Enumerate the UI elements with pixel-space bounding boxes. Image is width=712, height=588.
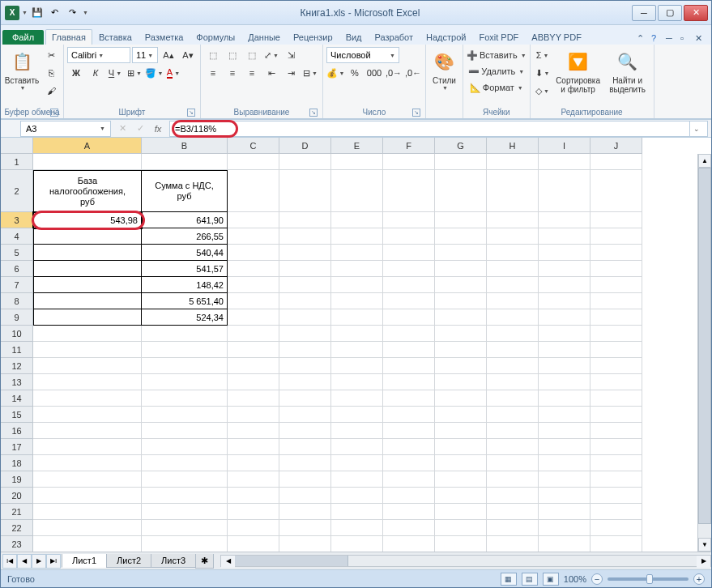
cell-C6[interactable]	[228, 261, 279, 277]
cell-G12[interactable]	[435, 358, 487, 374]
cell-F6[interactable]	[383, 261, 435, 277]
cell-A2[interactable]: База налогообложения, руб	[33, 170, 142, 212]
cell-H20[interactable]	[487, 488, 539, 504]
cell-I13[interactable]	[539, 374, 590, 390]
row-header-8[interactable]: 8	[1, 293, 33, 309]
cell-I23[interactable]	[539, 536, 590, 552]
cell-G5[interactable]	[435, 245, 487, 261]
alignment-launcher-icon[interactable]: ↘	[309, 109, 318, 117]
shrink-font-icon[interactable]: A▾	[179, 47, 197, 63]
ribbon-minimize-icon[interactable]: ⌃	[637, 33, 648, 45]
row-header-19[interactable]: 19	[1, 471, 33, 488]
cell-G7[interactable]	[435, 277, 487, 293]
cell-F3[interactable]	[383, 212, 435, 228]
cell-I19[interactable]	[539, 471, 590, 488]
cell-A23[interactable]	[33, 536, 142, 552]
merge-icon[interactable]: ⊟▼	[301, 65, 319, 81]
cell-E11[interactable]	[331, 342, 383, 358]
indent-inc-icon[interactable]: ⇥	[282, 65, 300, 81]
cell-H13[interactable]	[487, 374, 539, 390]
cell-B8[interactable]: 5 651,40	[142, 293, 228, 309]
cell-I1[interactable]	[539, 154, 590, 170]
row-header-16[interactable]: 16	[1, 423, 33, 439]
format-painter-icon[interactable]: 🖌	[42, 83, 60, 99]
row-header-15[interactable]: 15	[1, 407, 33, 423]
cell-E8[interactable]	[331, 293, 383, 309]
cell-G1[interactable]	[435, 154, 487, 170]
cell-A19[interactable]	[33, 471, 142, 488]
cell-D10[interactable]	[279, 326, 331, 342]
view-layout-icon[interactable]: ▤	[522, 573, 538, 586]
cell-B3[interactable]: 641,90	[142, 212, 228, 228]
cell-F8[interactable]	[383, 293, 435, 309]
cell-B14[interactable]	[142, 390, 228, 407]
cell-G10[interactable]	[435, 326, 487, 342]
cell-C16[interactable]	[228, 423, 279, 439]
cell-G4[interactable]	[435, 228, 487, 245]
cell-A18[interactable]	[33, 455, 142, 471]
cell-B21[interactable]	[142, 504, 228, 520]
cell-G16[interactable]	[435, 423, 487, 439]
zoom-in-button[interactable]: +	[693, 573, 705, 585]
sheet-nav-prev-icon[interactable]: ◀	[17, 554, 32, 569]
cell-A5[interactable]	[33, 245, 142, 261]
col-header-B[interactable]: B	[142, 138, 228, 154]
cell-E23[interactable]	[331, 536, 383, 552]
cell-J18[interactable]	[590, 455, 642, 471]
cell-H8[interactable]	[487, 293, 539, 309]
cell-D15[interactable]	[279, 407, 331, 423]
cell-F19[interactable]	[383, 471, 435, 488]
cell-G18[interactable]	[435, 455, 487, 471]
row-header-12[interactable]: 12	[1, 358, 33, 374]
cell-H2[interactable]	[487, 170, 539, 212]
row-header-5[interactable]: 5	[1, 245, 33, 261]
zoom-thumb[interactable]	[646, 574, 653, 584]
cell-F14[interactable]	[383, 390, 435, 407]
cell-G8[interactable]	[435, 293, 487, 309]
fx-icon[interactable]: fx	[150, 121, 166, 136]
inc-decimal-icon[interactable]: ,0→	[385, 65, 403, 81]
cell-J15[interactable]	[590, 407, 642, 423]
cell-E15[interactable]	[331, 407, 383, 423]
cell-D14[interactable]	[279, 390, 331, 407]
cell-B13[interactable]	[142, 374, 228, 390]
cell-I18[interactable]	[539, 455, 590, 471]
cell-D19[interactable]	[279, 471, 331, 488]
cell-B12[interactable]	[142, 358, 228, 374]
scroll-up-icon[interactable]: ▲	[698, 154, 711, 168]
align-top-icon[interactable]: ⬚	[204, 47, 222, 63]
cell-I9[interactable]	[539, 309, 590, 326]
clear-icon[interactable]: ◇▼	[534, 83, 552, 99]
find-select-button[interactable]: 🔍 Найти и выделить	[605, 47, 650, 99]
horizontal-scrollbar[interactable]: ◀ ▶	[220, 554, 711, 568]
cell-B2[interactable]: Сумма с НДС, руб	[142, 170, 228, 212]
cell-G20[interactable]	[435, 488, 487, 504]
cell-I3[interactable]	[539, 212, 590, 228]
cell-A9[interactable]	[33, 309, 142, 326]
view-normal-icon[interactable]: ▦	[501, 573, 517, 586]
cell-J7[interactable]	[590, 277, 642, 293]
align-middle-icon[interactable]: ⬚	[224, 47, 241, 63]
font-size-select[interactable]: 11▼	[132, 47, 158, 63]
sheet-nav-last-icon[interactable]: ▶I	[46, 554, 61, 569]
cell-A17[interactable]	[33, 439, 142, 455]
cell-D3[interactable]	[279, 212, 331, 228]
cell-G6[interactable]	[435, 261, 487, 277]
row-header-21[interactable]: 21	[1, 504, 33, 520]
cell-I4[interactable]	[539, 228, 590, 245]
styles-button[interactable]: 🎨 Стили ▼	[429, 47, 459, 92]
cell-G17[interactable]	[435, 439, 487, 455]
cell-H17[interactable]	[487, 439, 539, 455]
copy-icon[interactable]: ⎘	[42, 65, 60, 81]
cell-H14[interactable]	[487, 390, 539, 407]
cell-H23[interactable]	[487, 536, 539, 552]
sheet-nav-next-icon[interactable]: ▶	[32, 554, 46, 569]
view-break-icon[interactable]: ▣	[543, 573, 559, 586]
cell-I20[interactable]	[539, 488, 590, 504]
cell-A12[interactable]	[33, 358, 142, 374]
cell-J4[interactable]	[590, 228, 642, 245]
cell-I16[interactable]	[539, 423, 590, 439]
row-header-22[interactable]: 22	[1, 520, 33, 536]
cell-C22[interactable]	[228, 520, 279, 536]
fill-color-icon[interactable]: 🪣▼	[145, 65, 163, 81]
